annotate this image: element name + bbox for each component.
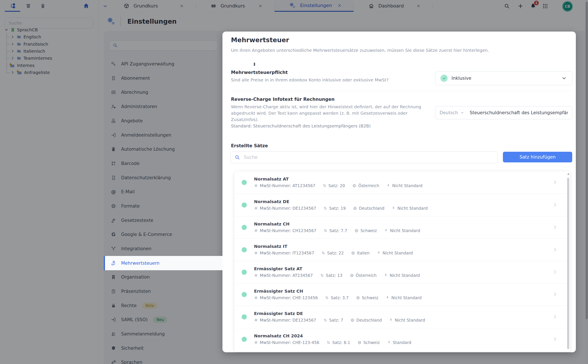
rate-value: Satz: 8.1	[332, 340, 350, 345]
search-icon	[235, 155, 240, 160]
rates-search	[231, 151, 498, 163]
chevron-right-icon[interactable]	[552, 292, 558, 297]
scrollbar-thumb[interactable]	[567, 178, 569, 349]
hash-icon	[254, 341, 258, 344]
rate-vat-number: MwSt-Nummer: AT234567	[260, 273, 313, 278]
percent-icon	[324, 229, 327, 233]
hash-icon	[254, 184, 258, 188]
rate-vat-number: MwSt-Nummer: AT1234567	[260, 183, 315, 188]
vat-settings-panel: Mehrwertsteuer Um ihren Angeboten unters…	[222, 32, 576, 352]
rate-standard: Nicht Standard	[392, 183, 423, 188]
rate-name: Ermässigter Satz DE	[254, 311, 303, 316]
add-rate-button[interactable]: Satz hinzufügen	[503, 152, 572, 162]
pin-icon	[384, 273, 388, 277]
reverse-charge-description: Wenn Reverse-Charge aktiv ist, wird hier…	[231, 104, 423, 123]
rate-standard: Nicht Standard	[390, 273, 420, 278]
pin-icon	[386, 184, 390, 188]
list-scrollbar[interactable]	[567, 173, 570, 350]
reverse-charge-label: Reverse-Charge Infotext für Rechnungen	[231, 97, 335, 102]
rate-standard: Nicht Standard	[397, 206, 428, 211]
status-dot	[242, 225, 247, 230]
check-circle-icon	[440, 75, 448, 82]
rate-row-normalsatz-de[interactable]: Normalsatz DE MwSt-Nummer: DE1234567 Sat…	[234, 194, 570, 216]
percent-icon	[327, 341, 330, 344]
rate-row-normalsatz-ch-2024[interactable]: Normalsatz CH 2024 MwSt-Nummer: CHE-123-…	[234, 328, 570, 350]
rate-country: Schweiz	[360, 228, 377, 233]
percent-icon	[320, 273, 324, 277]
status-dot	[242, 270, 247, 275]
hash-icon	[254, 273, 258, 277]
rate-row-ermaessigter-satz-de[interactable]: Ermässigter Satz DE MwSt-Nummer: DE12345…	[234, 306, 570, 328]
section-divider	[231, 91, 572, 91]
pin-icon	[384, 229, 388, 233]
pin-icon	[392, 206, 395, 210]
rate-name: Normalsatz DE	[254, 199, 289, 204]
percent-icon	[325, 296, 329, 300]
rate-country: Österreich	[356, 273, 377, 278]
globe-icon	[355, 229, 358, 233]
rate-name: Ermässigter Satz CH	[254, 289, 303, 294]
stray-mark	[254, 63, 255, 66]
chevron-right-icon[interactable]	[552, 336, 558, 342]
rate-name: Normalsatz IT	[254, 244, 287, 249]
rate-vat-number: MwSt-Nummer: CHE-123-456	[260, 340, 319, 345]
chevron-right-icon[interactable]	[552, 224, 558, 230]
reverse-charge-text-value: Steuerschuldnerschaft des Leistungsempfä…	[470, 110, 568, 115]
pin-icon	[377, 251, 381, 255]
chevron-down-icon	[561, 75, 567, 81]
rate-row-normalsatz-at[interactable]: Normalsatz AT MwSt-Nummer: AT1234567 Sat…	[234, 171, 570, 194]
rate-country: Italien	[357, 251, 370, 255]
rate-value: Satz: 7	[329, 318, 343, 322]
rate-value: Satz: 3.7	[331, 295, 349, 300]
status-dot	[242, 314, 247, 319]
globe-icon	[350, 318, 355, 322]
globe-icon	[356, 296, 360, 300]
rate-name: Normalsatz AT	[254, 176, 289, 182]
rate-value: Satz: 13	[326, 273, 343, 278]
chevron-right-icon[interactable]	[552, 314, 558, 319]
rates-list: Normalsatz AT MwSt-Nummer: AT1234567 Sat…	[234, 171, 570, 352]
chevron-right-icon[interactable]	[552, 247, 558, 252]
percent-icon	[323, 206, 327, 210]
chevron-right-icon[interactable]	[552, 202, 558, 208]
rate-row-ermaessigter-satz-ch[interactable]: Ermässigter Satz CH MwSt-Nummer: CHE-123…	[234, 283, 570, 306]
status-dot	[242, 292, 247, 297]
hash-icon	[254, 229, 258, 233]
rate-row-normalsatz-ch[interactable]: Normalsatz CH MwSt-Nummer: CH1234567 Sat…	[234, 216, 570, 239]
hash-icon	[254, 206, 258, 210]
vat-liability-label: Mehrwertsteuerpflicht	[231, 70, 288, 75]
rate-country: Österreich	[358, 183, 379, 188]
rate-value: Satz: 22	[327, 251, 344, 255]
rate-vat-number: MwSt-Nummer: IT1234567	[260, 251, 314, 255]
hash-icon	[254, 251, 258, 255]
rate-country: Schweiz	[363, 340, 380, 345]
status-dot	[242, 180, 247, 185]
hash-icon	[254, 296, 258, 300]
rate-standard: Standard	[393, 340, 411, 345]
vat-liability-select[interactable]: Inklusive	[435, 71, 572, 85]
rate-value: Satz: 20	[328, 183, 345, 188]
percent-icon	[323, 318, 327, 322]
percent-icon	[323, 184, 327, 188]
rate-standard: Nicht Standard	[390, 228, 420, 233]
rate-row-normalsatz-it[interactable]: Normalsatz IT MwSt-Nummer: IT1234567 Sat…	[234, 239, 570, 261]
percent-icon	[321, 251, 325, 255]
reverse-charge-standard-note: Standard: Steuerschuldnerschaft des Leis…	[231, 123, 371, 129]
scrollbar-up-arrow[interactable]	[567, 173, 569, 175]
status-dot	[242, 202, 247, 208]
rate-country: Schweiz	[362, 295, 378, 300]
rate-row-ermaessigter-satz-at[interactable]: Ermässigter Satz AT MwSt-Nummer: AT23456…	[234, 261, 570, 283]
globe-icon	[351, 251, 355, 255]
rate-value: Satz: 19	[329, 206, 346, 211]
rate-name: Normalsatz CH	[254, 221, 290, 227]
rate-value: Satz: 7.7	[329, 228, 347, 233]
content-title: Mehrwertsteuer	[231, 36, 289, 44]
reverse-charge-text-field[interactable]: Deutsch Steuerschuldnerschaft des Leistu…	[435, 106, 572, 119]
rates-search-input[interactable]	[243, 155, 494, 160]
chevron-right-icon[interactable]	[552, 179, 558, 185]
chevron-right-icon[interactable]	[552, 269, 558, 275]
rate-standard: Nicht Standard	[395, 318, 425, 322]
menu-item-mehrwertsteuern[interactable]: Mehrwertsteuern	[104, 256, 222, 270]
rate-vat-number: MwSt-Nummer: CHE-123456	[260, 295, 318, 300]
language-select[interactable]: Deutsch	[440, 110, 458, 115]
